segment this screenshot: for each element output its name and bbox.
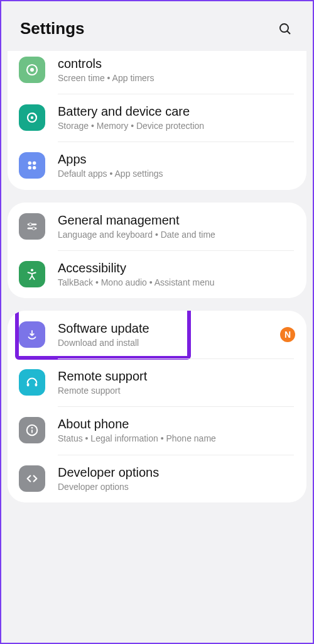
about-phone-icon [19, 417, 45, 443]
item-subtitle: TalkBack • Mono audio • Assistant menu [58, 277, 295, 288]
digital-wellbeing-icon [19, 57, 45, 83]
settings-item-apps[interactable]: Apps Default apps • App settings [8, 142, 306, 189]
search-icon [278, 21, 293, 36]
item-subtitle: Screen time • App timers [58, 72, 295, 84]
svg-point-8 [28, 166, 32, 170]
settings-item-battery-care[interactable]: Battery and device care Storage • Memory… [8, 94, 306, 142]
item-title: Software update [58, 321, 275, 336]
svg-point-5 [31, 116, 33, 119]
apps-icon [19, 152, 45, 179]
svg-point-14 [31, 269, 33, 271]
item-subtitle: Download and install [58, 337, 275, 348]
settings-item-remote-support[interactable]: Remote support Remote support [8, 358, 306, 406]
settings-group-2: General management Language and keyboard… [8, 203, 306, 298]
device-care-icon [19, 104, 45, 131]
svg-line-1 [287, 31, 290, 34]
item-title: General management [58, 213, 295, 228]
item-subtitle: Language and keyboard • Date and time [58, 229, 295, 240]
svg-point-3 [30, 68, 34, 72]
developer-options-icon [19, 465, 45, 492]
svg-rect-16 [35, 383, 38, 387]
svg-point-0 [280, 24, 288, 32]
svg-point-13 [32, 227, 35, 230]
accessibility-icon [19, 261, 45, 287]
settings-item-general-management[interactable]: General management Language and keyboard… [8, 203, 306, 250]
settings-item-developer-options[interactable]: Developer options Developer options [8, 455, 306, 502]
page-title: Settings [20, 19, 85, 38]
remote-support-icon [19, 369, 45, 396]
item-title: controls [58, 56, 295, 71]
svg-point-12 [29, 223, 32, 226]
settings-group-3: Software update Download and install N R… [8, 311, 306, 502]
item-subtitle: Status • Legal information • Phone name [58, 433, 295, 444]
item-subtitle: Default apps • App settings [58, 168, 295, 179]
new-badge: N [280, 327, 295, 342]
item-title: Remote support [58, 369, 295, 384]
item-title: Accessibility [58, 260, 295, 275]
svg-point-7 [33, 162, 36, 165]
search-button[interactable] [276, 20, 294, 38]
settings-item-about-phone[interactable]: About phone Status • Legal information •… [8, 406, 306, 454]
settings-item-accessibility[interactable]: Accessibility TalkBack • Mono audio • As… [8, 250, 306, 298]
settings-group-1: controls Screen time • App timers Batter… [8, 51, 306, 190]
settings-item-software-update[interactable]: Software update Download and install N [8, 311, 306, 358]
general-management-icon [19, 213, 45, 240]
svg-point-9 [33, 166, 36, 170]
item-subtitle: Storage • Memory • Device protection [58, 120, 295, 131]
svg-rect-19 [31, 430, 33, 433]
item-subtitle: Remote support [58, 385, 295, 396]
svg-rect-15 [27, 383, 30, 387]
svg-point-18 [31, 427, 33, 429]
item-title: About phone [58, 416, 295, 431]
software-update-icon [19, 321, 45, 348]
item-title: Apps [58, 152, 295, 167]
item-title: Battery and device care [58, 104, 295, 119]
svg-point-6 [28, 162, 32, 165]
item-title: Developer options [58, 465, 295, 480]
item-subtitle: Developer options [58, 481, 295, 492]
settings-item-controls[interactable]: controls Screen time • App timers [8, 51, 306, 94]
